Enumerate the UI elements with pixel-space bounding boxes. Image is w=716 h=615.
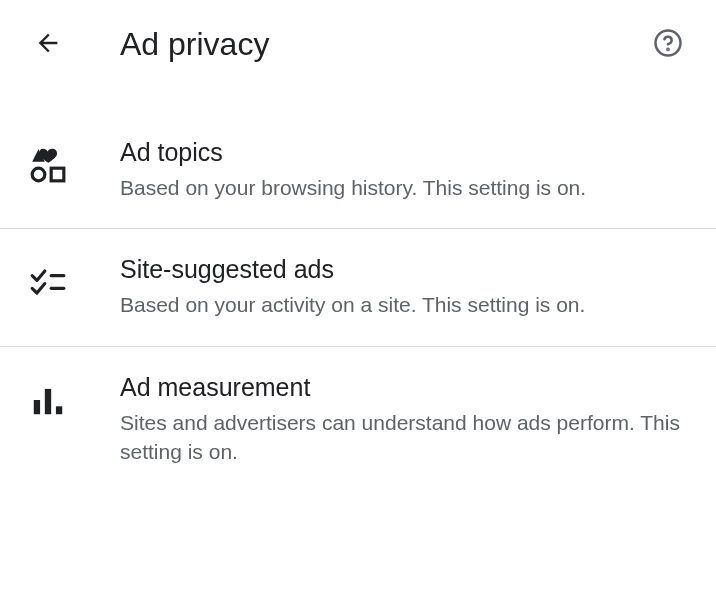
- svg-point-1: [667, 48, 668, 49]
- setting-item-site-suggested-ads[interactable]: Site-suggested ads Based on your activit…: [0, 229, 716, 346]
- header-bar: Ad privacy: [0, 0, 716, 88]
- setting-title: Site-suggested ads: [120, 255, 686, 284]
- help-circle-icon: [653, 28, 683, 61]
- back-button[interactable]: [28, 24, 68, 64]
- page-title: Ad privacy: [120, 26, 269, 63]
- setting-title: Ad topics: [120, 138, 686, 167]
- settings-list: Ad topics Based on your browsing history…: [0, 112, 716, 493]
- topics-icon: [28, 146, 68, 184]
- setting-description: Sites and advertisers can understand how…: [120, 408, 686, 467]
- setting-item-ad-measurement[interactable]: Ad measurement Sites and advertisers can…: [0, 347, 716, 493]
- arrow-left-icon: [34, 29, 62, 60]
- setting-title: Ad measurement: [120, 373, 686, 402]
- setting-content: Site-suggested ads Based on your activit…: [120, 255, 686, 319]
- setting-description: Based on your browsing history. This set…: [120, 173, 686, 202]
- svg-rect-3: [51, 168, 64, 181]
- help-button[interactable]: [648, 24, 688, 64]
- setting-content: Ad measurement Sites and advertisers can…: [120, 373, 686, 467]
- checklist-icon: [28, 263, 68, 301]
- svg-rect-8: [56, 406, 62, 414]
- bar-chart-icon: [28, 381, 68, 419]
- setting-item-ad-topics[interactable]: Ad topics Based on your browsing history…: [0, 112, 716, 229]
- svg-point-2: [32, 168, 45, 181]
- setting-content: Ad topics Based on your browsing history…: [120, 138, 686, 202]
- svg-rect-6: [34, 400, 40, 414]
- svg-rect-7: [45, 389, 51, 414]
- setting-description: Based on your activity on a site. This s…: [120, 290, 686, 319]
